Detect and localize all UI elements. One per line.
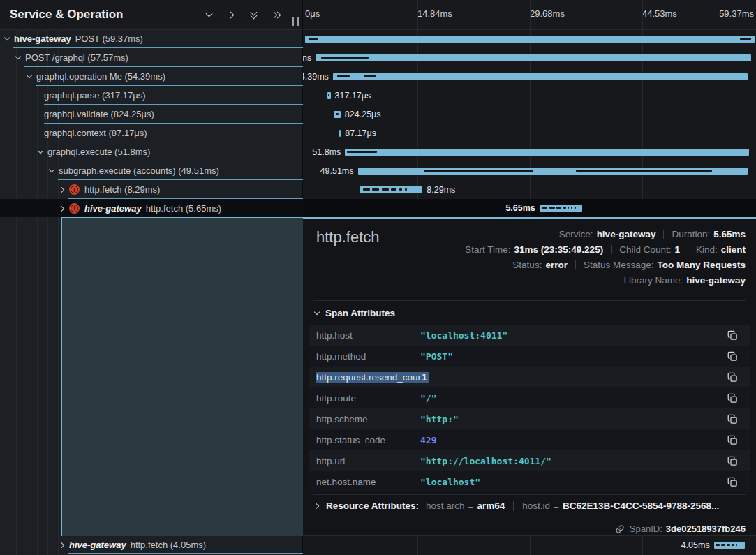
span-bar[interactable] xyxy=(345,149,749,156)
chevrons-right-icon xyxy=(272,11,280,19)
attribute-key[interactable]: http.host xyxy=(316,330,420,341)
span-bar[interactable] xyxy=(305,36,755,43)
timeline-row[interactable]: 824.25μs xyxy=(303,105,756,124)
copy-attribute-button[interactable] xyxy=(726,434,739,446)
tree-expander[interactable] xyxy=(59,203,65,214)
timeline-row[interactable]: 87.17μs xyxy=(303,124,756,142)
span-bar[interactable] xyxy=(540,205,582,212)
span-bar[interactable] xyxy=(334,111,341,118)
resource-attributes-row[interactable]: Resource Attributes: host.arch=arm64host… xyxy=(313,501,746,511)
span-bar[interactable] xyxy=(333,73,748,80)
copy-attribute-button[interactable] xyxy=(726,413,739,425)
timeline-row[interactable]: 8.29ms xyxy=(303,180,756,199)
tree-row[interactable]: graphql.context (87.17μs) xyxy=(0,124,303,142)
attribute-value[interactable]: "localhost:4011" xyxy=(420,330,726,341)
span-bar[interactable] xyxy=(714,542,745,549)
tree-row[interactable]: graphql.operation Me (54.39ms) xyxy=(0,67,303,86)
child-span-mark xyxy=(328,94,329,96)
meta-value: hive-gateway xyxy=(597,229,656,239)
meta-separator xyxy=(663,230,664,239)
tree-expander[interactable] xyxy=(59,540,65,550)
timeline-row[interactable]: 54.39ms xyxy=(303,67,756,86)
span-label: graphql.parse (317.17μs) xyxy=(44,90,146,101)
copy-attribute-button[interactable] xyxy=(726,350,739,362)
span-bar[interactable] xyxy=(358,168,748,175)
chevron-down-button[interactable] xyxy=(204,10,214,20)
attribute-value[interactable]: "POST" xyxy=(420,351,726,362)
timeline-row[interactable]: 5.65ms xyxy=(303,199,756,217)
meta-line: Status:errorStatus Message:Too Many Requ… xyxy=(465,258,746,273)
tree-expander[interactable] xyxy=(15,52,21,63)
tree-row[interactable]: graphql.parse (317.17μs) xyxy=(0,86,303,105)
meta-label: Status Message: xyxy=(584,260,654,270)
attribute-value[interactable]: "http:" xyxy=(420,414,726,424)
tree-expander[interactable] xyxy=(3,34,10,44)
child-span-mark xyxy=(736,544,737,546)
chevrons-right-button[interactable] xyxy=(271,10,281,20)
copy-attribute-button[interactable] xyxy=(726,329,739,341)
attribute-value[interactable]: 429 xyxy=(420,435,726,445)
timeline-row[interactable]: 4.05ms xyxy=(303,536,756,554)
span-duration-label: 54.39ms xyxy=(303,67,329,86)
tree-row[interactable]: subgraph.execute (accounts) (49.51ms) xyxy=(0,161,303,180)
span-attributes-header[interactable]: Span Attributes xyxy=(313,308,395,318)
link-icon[interactable] xyxy=(615,524,625,534)
time-tick-label: 14.84ms xyxy=(417,8,452,19)
span-duration-label: 51.8ms xyxy=(312,142,341,161)
tree-row[interactable]: hive-gatewayhttp.fetch (5.65ms) xyxy=(0,199,303,217)
attribute-key[interactable]: http.method xyxy=(316,351,420,362)
timeline-row[interactable]: 317.17μs xyxy=(303,86,756,105)
tree-expander[interactable] xyxy=(26,71,32,82)
child-span-mark xyxy=(575,207,576,209)
time-tick-label: 0μs xyxy=(305,8,320,19)
chevrons-down-button[interactable] xyxy=(249,10,259,20)
attribute-key[interactable]: http.scheme xyxy=(316,414,420,424)
span-label: POST (59.37ms) xyxy=(75,34,143,44)
tree-row[interactable]: http.fetch (8.29ms) xyxy=(0,180,303,199)
timeline-row[interactable] xyxy=(303,29,756,48)
span-bar[interactable] xyxy=(339,130,341,137)
attribute-key[interactable]: net.host.name xyxy=(316,477,420,487)
attribute-value[interactable]: "localhost" xyxy=(420,477,726,487)
timeline-row[interactable]: 51.8ms xyxy=(303,142,756,161)
span-tree-panel: hive-gatewayPOST (59.37ms)POST /graphql … xyxy=(0,0,303,555)
tree-row[interactable]: hive-gatewayPOST (59.37ms) xyxy=(0,29,303,48)
tree-expander[interactable] xyxy=(37,147,43,157)
meta-label: Duration: xyxy=(672,229,710,239)
attribute-value[interactable]: "/" xyxy=(420,393,726,404)
copy-attribute-button[interactable] xyxy=(726,454,739,467)
copy-attribute-button[interactable] xyxy=(726,371,739,383)
span-bar[interactable] xyxy=(316,54,751,61)
tree-row[interactable]: graphql.validate (824.25μs) xyxy=(0,105,303,124)
time-tick-label: 59.37ms xyxy=(719,8,754,19)
attribute-value-text: 1 xyxy=(420,372,429,383)
copy-attribute-button[interactable] xyxy=(726,475,739,488)
panel-resize-handle[interactable] xyxy=(292,17,299,26)
tree-expander[interactable] xyxy=(59,184,65,195)
tree-expander[interactable] xyxy=(48,165,54,176)
attribute-key-text: http.request.resend_count xyxy=(316,372,420,383)
tree-row[interactable]: graphql.execute (51.8ms) xyxy=(0,142,303,161)
span-label: graphql.context (87.17μs) xyxy=(44,128,147,138)
attribute-key[interactable]: http.url xyxy=(316,456,420,466)
attribute-key[interactable]: http.route xyxy=(316,393,420,404)
timeline-row[interactable]: 49.51ms xyxy=(303,161,756,180)
attribute-row: http.method"POST" xyxy=(309,346,750,367)
attribute-key-text: http.scheme xyxy=(316,414,368,424)
span-bar[interactable] xyxy=(327,92,331,99)
span-bar[interactable] xyxy=(360,186,422,193)
tree-row[interactable]: POST /graphql (57.57ms) xyxy=(0,48,303,67)
attribute-key-text: http.url xyxy=(316,456,345,466)
timeline-row[interactable]: 57.57ms xyxy=(303,48,756,67)
chevron-right-button[interactable] xyxy=(226,10,237,20)
attribute-key[interactable]: http.status_code xyxy=(316,435,420,445)
resource-key: host.arch xyxy=(426,501,465,511)
tree-row[interactable]: hive-gatewayhttp.fetch (4.05ms) xyxy=(0,536,303,554)
attribute-value[interactable]: 1 xyxy=(420,372,726,383)
child-span-mark xyxy=(372,188,379,191)
attribute-key[interactable]: http.request.resend_count xyxy=(316,372,420,383)
attribute-value[interactable]: "http://localhost:4011/" xyxy=(420,456,726,466)
span-meta: Service:hive-gatewayDuration:5.65msStart… xyxy=(465,227,746,288)
copy-attribute-button[interactable] xyxy=(726,392,739,404)
divider xyxy=(313,494,746,495)
